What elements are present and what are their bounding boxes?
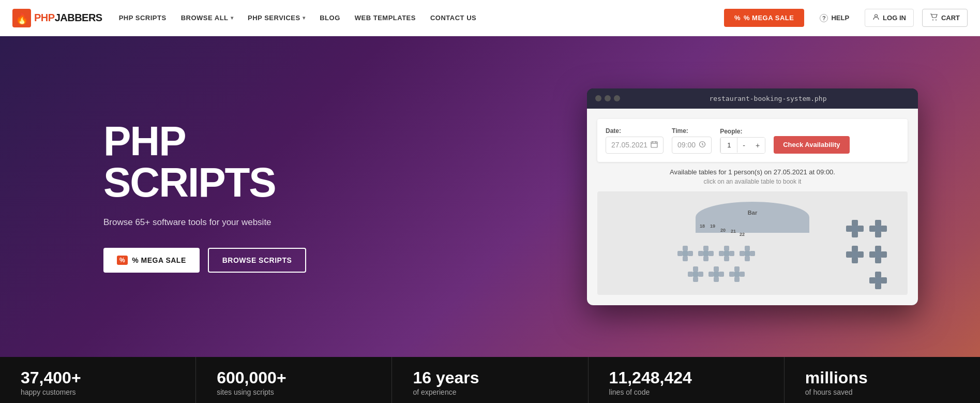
svg-rect-68 bbox=[881, 277, 887, 283]
svg-rect-12 bbox=[677, 251, 683, 256]
nav-item-blog[interactable]: BLOG bbox=[320, 14, 340, 22]
svg-rect-52 bbox=[846, 226, 852, 232]
stat-item-1: 600,000+ sites using scripts bbox=[196, 357, 392, 403]
table-number-18: 18 bbox=[700, 223, 705, 229]
cart-label: CART bbox=[941, 14, 960, 22]
table-icon-right-5 bbox=[869, 272, 887, 289]
people-label: People: bbox=[720, 128, 765, 135]
nav-item-web-templates[interactable]: WEB TEMPLATES bbox=[355, 14, 416, 22]
people-increment-button[interactable]: + bbox=[750, 138, 765, 153]
svg-rect-61 bbox=[852, 257, 858, 263]
table-icon-left-1 bbox=[677, 246, 693, 261]
nav-item-php-services[interactable]: PHP SERVICES ▾ bbox=[248, 14, 305, 22]
svg-rect-36 bbox=[714, 277, 719, 282]
nav-item-browse-all[interactable]: BROWSE ALL ▾ bbox=[181, 14, 233, 22]
svg-rect-48 bbox=[881, 226, 887, 232]
hero-mega-sale-button[interactable]: % % MEGA SALE bbox=[103, 248, 200, 273]
svg-rect-25 bbox=[745, 246, 750, 251]
svg-rect-5 bbox=[651, 142, 657, 147]
stat-label-2: of experience bbox=[413, 388, 456, 396]
help-button[interactable]: ? HELP bbox=[812, 10, 856, 26]
browser-content: Date: 27.05.2021 Time: 09:00 bbox=[587, 109, 918, 305]
svg-rect-39 bbox=[714, 272, 719, 277]
nav-link-blog[interactable]: BLOG bbox=[320, 14, 340, 22]
svg-rect-33 bbox=[698, 272, 703, 277]
logo[interactable]: 🔥 PHPJABBERS bbox=[12, 9, 102, 27]
nav-item-php-scripts[interactable]: PHP SCRIPTS bbox=[119, 14, 167, 22]
svg-rect-20 bbox=[724, 246, 729, 251]
form-row: Date: 27.05.2021 Time: 09:00 bbox=[606, 127, 899, 154]
availability-subtext: click on an available table to book it bbox=[597, 178, 908, 185]
cart-button[interactable]: CART bbox=[922, 9, 968, 27]
svg-rect-31 bbox=[693, 277, 698, 282]
mega-sale-label: % MEGA SALE bbox=[744, 14, 794, 22]
stat-label-0: happy customers bbox=[21, 388, 76, 396]
svg-rect-19 bbox=[703, 251, 708, 256]
people-input[interactable]: 1 - + bbox=[720, 137, 765, 154]
svg-rect-62 bbox=[846, 251, 852, 258]
stat-label-4: of hours saved bbox=[805, 388, 853, 396]
table-icon-right-4 bbox=[846, 246, 864, 263]
table-icon-center-2 bbox=[740, 246, 755, 261]
svg-rect-46 bbox=[875, 231, 881, 237]
nav-link-contact-us[interactable]: CONTACT US bbox=[430, 14, 476, 22]
cart-icon bbox=[930, 13, 938, 22]
stat-item-3: 11,248,424 lines of code bbox=[589, 357, 785, 403]
svg-rect-64 bbox=[852, 251, 858, 258]
svg-rect-13 bbox=[688, 251, 693, 256]
table-icon-bottom-3 bbox=[729, 266, 745, 282]
nav-link-php-services[interactable]: PHP SERVICES ▾ bbox=[248, 14, 305, 22]
hero-subtitle: Browse 65+ software tools for your websi… bbox=[103, 216, 306, 229]
mega-sale-button[interactable]: % % MEGA SALE bbox=[724, 9, 805, 27]
hero-browse-button[interactable]: BROWSE SCRIPTS bbox=[208, 248, 307, 273]
nav-item-contact-us[interactable]: CONTACT US bbox=[430, 14, 476, 22]
svg-rect-53 bbox=[857, 226, 864, 232]
check-availability-button[interactable]: Check Availability bbox=[774, 136, 849, 154]
logo-text: PHPJABBERS bbox=[34, 12, 102, 24]
logo-icon: 🔥 bbox=[12, 9, 31, 27]
table-number-19: 19 bbox=[710, 223, 715, 229]
svg-rect-66 bbox=[875, 283, 881, 289]
date-input[interactable]: 27.05.2021 bbox=[606, 137, 664, 154]
svg-rect-38 bbox=[719, 272, 724, 277]
svg-rect-27 bbox=[740, 251, 745, 256]
table-map: Bar 18 19 20 21 22 bbox=[597, 191, 908, 295]
svg-point-3 bbox=[932, 20, 933, 21]
svg-rect-21 bbox=[724, 256, 729, 261]
people-field: People: 1 - + bbox=[720, 128, 765, 154]
stat-number-4: millions bbox=[805, 369, 868, 386]
time-label: Time: bbox=[672, 127, 712, 135]
people-decrement-button[interactable]: - bbox=[737, 138, 750, 153]
svg-text:🔥: 🔥 bbox=[16, 12, 28, 25]
bar-label: Bar bbox=[748, 210, 757, 216]
svg-rect-17 bbox=[698, 251, 703, 256]
svg-rect-37 bbox=[708, 272, 714, 277]
table-number-22: 22 bbox=[740, 232, 745, 237]
svg-rect-45 bbox=[875, 220, 881, 226]
browser-dots bbox=[595, 95, 620, 101]
nav-link-browse-all[interactable]: BROWSE ALL ▾ bbox=[181, 14, 233, 22]
nav-link-php-scripts[interactable]: PHP SCRIPTS bbox=[119, 14, 167, 22]
stat-label-3: lines of code bbox=[609, 388, 650, 396]
date-value: 27.05.2021 bbox=[611, 141, 647, 149]
svg-rect-57 bbox=[869, 251, 876, 258]
svg-rect-24 bbox=[724, 251, 729, 256]
svg-rect-22 bbox=[719, 251, 724, 256]
stat-item-0: 37,400+ happy customers bbox=[0, 357, 196, 403]
login-button[interactable]: LOG IN bbox=[865, 9, 914, 27]
table-icon-left-2 bbox=[698, 246, 714, 261]
stat-number-2: 16 years bbox=[413, 369, 479, 386]
navbar-left: 🔥 PHPJABBERS PHP SCRIPTS BROWSE ALL ▾ PH… bbox=[12, 9, 476, 27]
browse-all-dropdown-arrow: ▾ bbox=[231, 15, 234, 21]
svg-rect-23 bbox=[729, 251, 734, 256]
login-label: LOG IN bbox=[883, 14, 906, 22]
stat-number-0: 37,400+ bbox=[21, 369, 81, 386]
svg-rect-47 bbox=[869, 226, 876, 232]
svg-rect-63 bbox=[857, 251, 864, 258]
nav-link-web-templates[interactable]: WEB TEMPLATES bbox=[355, 14, 416, 22]
table-icon-center-1 bbox=[719, 246, 734, 261]
time-input[interactable]: 09:00 bbox=[672, 137, 712, 154]
svg-rect-41 bbox=[734, 277, 740, 282]
time-value: 09:00 bbox=[677, 141, 696, 149]
svg-point-4 bbox=[936, 20, 937, 21]
